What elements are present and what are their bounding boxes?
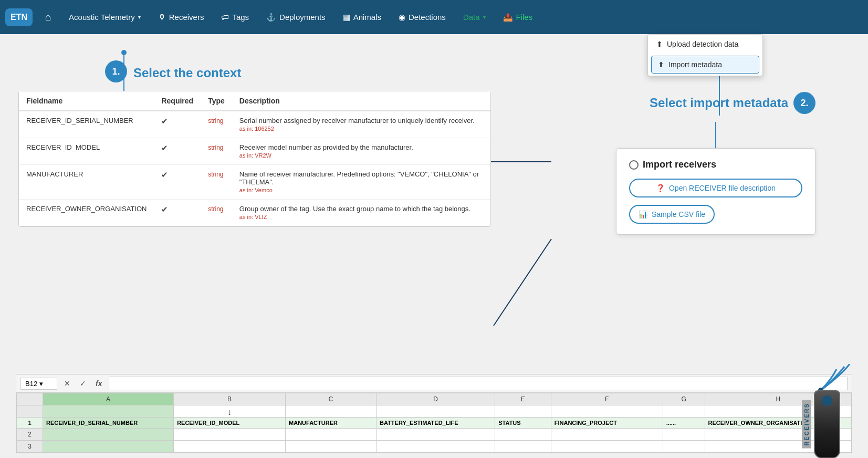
col-required-header: Required [154, 91, 201, 111]
radio-button[interactable] [629, 160, 639, 170]
cell-c3[interactable] [286, 441, 377, 453]
upload-detection-data-item[interactable]: ⬆ Upload detection data [648, 35, 762, 54]
sample-csv-button[interactable]: 📊 Sample CSV file [629, 205, 715, 224]
upload-icon: ⬆ [656, 40, 663, 48]
cell-b3[interactable] [174, 441, 286, 453]
chevron-down-icon-data: ▾ [483, 14, 486, 20]
row-num-2: 2 [17, 429, 43, 441]
step2-bubble: 2. [793, 92, 815, 114]
col-header-e[interactable]: E [495, 393, 551, 405]
cell-b1[interactable]: RECEIVER_ID_MODEL [174, 418, 286, 429]
cell-f1[interactable]: FINANCING_PROJECT [551, 418, 663, 429]
table-row: 3 [17, 441, 852, 453]
cell-f2[interactable] [551, 429, 663, 441]
cell-c2[interactable] [286, 429, 377, 441]
step1-bubble: 1. [105, 60, 127, 82]
col-header-a[interactable]: A [43, 393, 174, 405]
dropdown-arrow-icon: ▾ [39, 380, 43, 388]
open-file-description-button[interactable]: ❓ Open RECEIVER file description [629, 179, 802, 197]
table-row: 2 [17, 429, 852, 441]
cell-a0[interactable] [43, 405, 174, 418]
cell-reference[interactable]: B12 ▾ [20, 378, 57, 390]
cell-e1[interactable]: STATUS [495, 418, 551, 429]
col-header-d[interactable]: D [377, 393, 495, 405]
nav-animals[interactable]: ▦ Animals [336, 8, 389, 26]
files-icon: 📤 [503, 13, 513, 22]
formula-bar[interactable] [109, 377, 848, 390]
confirm-edit-button[interactable]: ✓ [77, 378, 89, 389]
formula-icon: fx [93, 378, 104, 389]
col-header-b[interactable]: B [174, 393, 286, 405]
question-icon: ❓ [656, 184, 665, 192]
cell-a3[interactable] [43, 441, 174, 453]
nav-files[interactable]: 📤 Files [496, 8, 540, 26]
cell-c0[interactable] [286, 405, 377, 418]
cancel-edit-button[interactable]: ✕ [61, 378, 73, 389]
description-cell: Serial number assigned by receiver manuf… [232, 111, 490, 138]
import-box: Import receivers ❓ Open RECEIVER file de… [616, 148, 815, 235]
sample-csv-label: Sample CSV file [652, 210, 705, 218]
nav-acoustic-telemetry[interactable]: Acoustic Telemetry ▾ [61, 8, 148, 26]
nav-files-label: Files [516, 13, 533, 22]
description-cell: Name of receiver manufacturer. Predefine… [232, 165, 490, 200]
import-box-title: Import receivers [629, 159, 802, 170]
spreadsheet-toolbar: B12 ▾ ✕ ✓ fx [16, 374, 852, 392]
cell-g1[interactable]: ...... [663, 418, 705, 429]
nav-detections[interactable]: ◉ Detections [391, 8, 453, 26]
nav-tags[interactable]: 🏷 Tags [214, 8, 256, 26]
cell-e3[interactable] [495, 441, 551, 453]
upload-detection-label: Upload detection data [667, 40, 738, 48]
nav-deployments-label: Deployments [279, 13, 326, 22]
nav-detections-label: Detections [409, 13, 446, 22]
type-cell: string [201, 138, 232, 165]
col-fieldname-header: Fieldname [19, 91, 154, 111]
cell-f3[interactable] [551, 441, 663, 453]
cell-e0[interactable] [495, 405, 551, 418]
cell-g3[interactable] [663, 441, 705, 453]
navbar: ETN ⌂ Acoustic Telemetry ▾ 🎙 Receivers 🏷… [0, 0, 868, 34]
cell-d3[interactable] [377, 441, 495, 453]
cell-e2[interactable] [495, 429, 551, 441]
col-description-header: Description [232, 91, 490, 111]
cell-a1[interactable]: RECEIVER_ID_SERIAL_NUMBER [43, 418, 174, 429]
cell-d1[interactable]: BATTERY_ESTIMATED_LIFE [377, 418, 495, 429]
type-cell: string [201, 165, 232, 200]
col-header-f[interactable]: F [551, 393, 663, 405]
col-type-header: Type [201, 91, 232, 111]
nav-deployments[interactable]: ⚓ Deployments [259, 8, 333, 26]
row-num-1: 1 [17, 418, 43, 429]
home-button[interactable]: ⌂ [38, 7, 59, 27]
col-header-c[interactable]: C [286, 393, 377, 405]
field-table-container: Fieldname Required Type Description RECE… [18, 91, 491, 227]
logo[interactable]: ETN [5, 8, 33, 26]
required-cell: ✔ [154, 200, 201, 226]
cell-g0[interactable] [663, 405, 705, 418]
import-metadata-label: Import metadata [668, 60, 722, 69]
table-row: RECEIVER_ID_MODEL ✔ string Receiver mode… [19, 138, 490, 165]
step2-label: Select import metadata [650, 96, 788, 110]
row-num-3: 3 [17, 441, 43, 453]
fieldname-cell: RECEIVER_ID_SERIAL_NUMBER [19, 111, 154, 138]
import-metadata-item[interactable]: ⬆ Import metadata [651, 56, 759, 74]
grid-table: A B C D E F G H ↓ [16, 393, 852, 453]
cell-f0[interactable] [551, 405, 663, 418]
csv-icon: 📊 [639, 210, 647, 218]
table-row: MANUFACTURER ✔ string Name of receiver m… [19, 165, 490, 200]
cell-c1[interactable]: MANUFACTURER [286, 418, 377, 429]
nav-data[interactable]: Data ▾ [456, 8, 493, 26]
nav-data-label: Data [463, 13, 480, 22]
nav-receivers[interactable]: 🎙 Receivers [151, 8, 212, 26]
cell-a2[interactable] [43, 429, 174, 441]
import-icon: ⬆ [658, 60, 664, 69]
cell-d2[interactable] [377, 429, 495, 441]
step2-area: Select import metadata 2. [616, 92, 815, 114]
import-title-text: Import receivers [643, 159, 716, 170]
cell-b2[interactable] [174, 429, 286, 441]
col-header-g[interactable]: G [663, 393, 705, 405]
cell-b0[interactable]: ↓ [174, 405, 286, 418]
data-dropdown-menu: ⬆ Upload detection data ⬆ Import metadat… [647, 34, 763, 76]
cell-d0[interactable] [377, 405, 495, 418]
table-row: ↓ [17, 405, 852, 418]
spreadsheet-grid: A B C D E F G H ↓ [16, 392, 852, 453]
cell-g2[interactable] [663, 429, 705, 441]
